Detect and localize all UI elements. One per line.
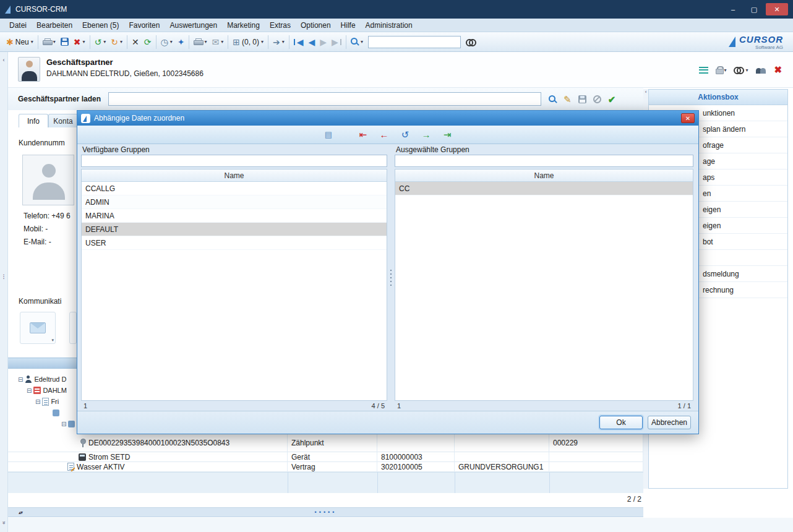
nav-last-button[interactable]: ▶	[329, 34, 344, 50]
contacts-icon[interactable]	[755, 66, 766, 74]
table-row-cell[interactable]	[455, 452, 549, 462]
undo-icon[interactable]: ↺	[397, 128, 413, 142]
quick-search-input[interactable]	[368, 36, 461, 48]
menu-item-administration[interactable]: Administration	[361, 20, 417, 31]
close-button[interactable]: ✕	[766, 3, 788, 15]
table-row-cell[interactable]	[377, 434, 455, 452]
coords-button[interactable]: ⊞ (0, 0) ▾	[230, 34, 266, 50]
menu-item-optionen[interactable]: Optionen	[296, 20, 335, 31]
ok-button[interactable]: Ok	[599, 416, 643, 429]
table-row-cell[interactable]: 3020100005	[377, 462, 455, 472]
menu-item-ebenen[interactable]: Ebenen (5)	[78, 20, 123, 31]
table-row-cell[interactable]: GRUNDVERSORGUNG1	[455, 462, 549, 472]
person-search-button[interactable]: ▾	[348, 34, 366, 50]
menu-item-auswertungen[interactable]: Auswertungen	[165, 20, 221, 31]
collapse-left-icon[interactable]: ‹	[3, 57, 5, 63]
minimize-button[interactable]: –	[724, 3, 742, 15]
menu-item-datei[interactable]: Datei	[5, 20, 31, 31]
horizontal-splitter[interactable]: ▴▾ •••••	[8, 507, 643, 517]
redo-button[interactable]: ↻ ▾	[108, 34, 125, 50]
move-all-left-icon[interactable]: ⇤	[355, 128, 371, 142]
column-header-name[interactable]: Name	[82, 169, 387, 182]
confirm-check-icon[interactable]: ✔	[608, 95, 616, 104]
new-button[interactable]: ✱ Neu ▾	[4, 34, 36, 50]
sort-arrows-icon[interactable]: ▴▾	[19, 510, 22, 515]
list-item[interactable]: MARINA	[82, 209, 387, 223]
menu-item-marketing[interactable]: Marketing	[223, 20, 264, 31]
tree-collapse-icon[interactable]: ⊟	[35, 398, 40, 405]
search-icon[interactable]	[549, 95, 557, 103]
selected-filter-input[interactable]	[395, 155, 693, 167]
table-row-cell[interactable]	[455, 434, 549, 452]
close-record-icon[interactable]: ✖	[774, 64, 782, 75]
tree-item-node[interactable]: ⊟	[8, 418, 76, 429]
tree-collapse-icon[interactable]: ⊟	[27, 387, 32, 394]
export-button[interactable]: ➔ ▾	[270, 34, 287, 50]
list-item-selected[interactable]: DEFAULT	[82, 223, 387, 236]
mail-tile[interactable]: ▾	[20, 312, 56, 344]
move-left-icon[interactable]: ←	[376, 128, 392, 142]
table-row-cell[interactable]	[549, 462, 643, 472]
list-item[interactable]: ADMIN	[82, 195, 387, 209]
dialog-splitter[interactable]	[387, 144, 395, 411]
column-header-name[interactable]: Name	[395, 169, 693, 182]
menu-list-icon[interactable]	[699, 67, 708, 74]
table-row-cell[interactable]: Strom SETD	[8, 452, 288, 462]
partner-load-input[interactable]	[108, 92, 541, 106]
list-item[interactable]: CCALLG	[82, 182, 387, 195]
tree-item-account[interactable]: ⊟ DAHLM	[8, 385, 76, 396]
move-right-icon[interactable]: →	[418, 128, 434, 142]
table-row-cell[interactable]: Vertrag	[288, 462, 377, 472]
tab-info[interactable]: Info	[19, 114, 48, 127]
save-disabled-icon[interactable]	[578, 95, 586, 103]
phone-tile-partial[interactable]	[69, 312, 77, 344]
search-button[interactable]	[463, 34, 479, 50]
lock-button[interactable]: ▾	[716, 66, 726, 74]
edit-pencil-icon[interactable]: ✎	[564, 95, 572, 104]
available-filter-input[interactable]	[81, 155, 387, 167]
collapse-bottom-icon[interactable]: «	[1, 521, 7, 524]
refresh-button[interactable]: ⟳	[142, 34, 154, 50]
cancel-block-icon[interactable]	[593, 95, 601, 103]
columns-icon[interactable]: ▤	[320, 128, 336, 142]
maximize-button[interactable]: ▢	[745, 3, 763, 15]
save-button[interactable]	[58, 34, 71, 50]
fax-button[interactable]: ▾	[191, 34, 209, 50]
collapse-right-icon[interactable]: ‹	[645, 89, 647, 95]
undo-button[interactable]: ↺ ▾	[92, 34, 109, 50]
record-search-button[interactable]: ▾	[734, 67, 748, 73]
table-row-cell[interactable]: 000229	[549, 434, 643, 452]
delete-button[interactable]: ✖ ▾	[71, 34, 88, 50]
tree-item-node[interactable]	[8, 407, 76, 418]
table-row-cell[interactable]: DE000229353984000100023N5035O0843	[8, 434, 288, 452]
tree-item-contract[interactable]: ⊟ Fri	[8, 396, 76, 407]
menu-item-favoriten[interactable]: Favoriten	[124, 20, 164, 31]
tree-collapse-icon[interactable]: ⊟	[18, 376, 23, 383]
history-button[interactable]: ◷ ▾	[158, 34, 175, 50]
menu-item-hilfe[interactable]: Hilfe	[336, 20, 360, 31]
tab-kontakt[interactable]: Konta	[48, 114, 78, 127]
print-button[interactable]: ▾	[40, 34, 58, 50]
nav-first-button[interactable]: ◀	[291, 34, 306, 50]
left-collapse-strip[interactable]: ‹ ⋮ «	[0, 52, 8, 532]
menu-item-bearbeiten[interactable]: Bearbeiten	[32, 20, 77, 31]
drag-dots-icon[interactable]: ⋮	[1, 273, 7, 280]
cancel-button[interactable]: Abbrechen	[648, 416, 691, 429]
table-row-cell[interactable]	[549, 452, 643, 462]
tree-item-partner[interactable]: ⊟ Edeltrud D	[8, 374, 76, 385]
wizard-button[interactable]: ✦	[175, 34, 187, 50]
list-item[interactable]: USER	[82, 236, 387, 250]
mail-button[interactable]: ✉ ▾	[209, 34, 226, 50]
move-all-right-icon[interactable]: ⇥	[439, 128, 455, 142]
tree-collapse-icon[interactable]: ⊟	[61, 421, 66, 427]
table-row-cell[interactable]: Zählpunkt	[288, 434, 377, 452]
nav-next-button[interactable]: ▶	[317, 34, 329, 50]
table-row-cell[interactable]: 8100000003	[377, 452, 455, 462]
dialog-close-button[interactable]: ✕	[681, 113, 695, 123]
menu-item-extras[interactable]: Extras	[265, 20, 295, 31]
table-row-cell[interactable]: Gerät	[288, 452, 377, 462]
list-item-selected[interactable]: CC	[395, 182, 693, 195]
table-row-cell[interactable]: Wasser AKTIV	[8, 462, 288, 472]
nav-prev-button[interactable]: ◀	[306, 34, 318, 50]
clear-button[interactable]: ✕	[129, 34, 142, 50]
